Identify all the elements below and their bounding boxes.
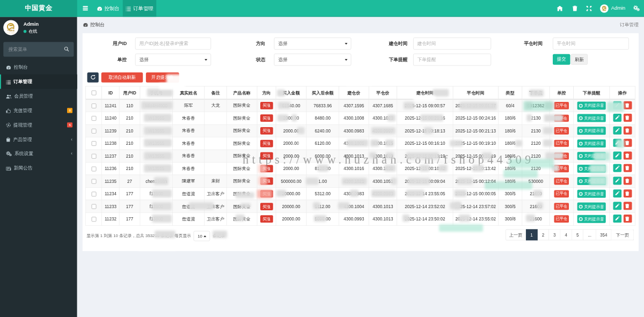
svg-text:CHINA GOLD: CHINA GOLD	[8, 32, 15, 33]
svg-text:中国黄金: 中国黄金	[7, 29, 14, 32]
